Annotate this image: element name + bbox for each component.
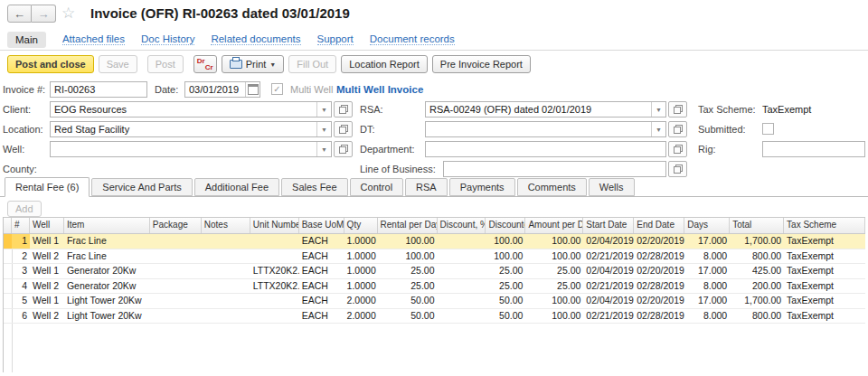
cell-unit-number[interactable] xyxy=(250,309,299,324)
department-input[interactable] xyxy=(425,141,666,157)
cell-well[interactable]: Well 1 xyxy=(30,234,64,249)
well-open-button[interactable] xyxy=(334,141,353,157)
cell-item[interactable]: Generator 20Kw xyxy=(64,264,150,278)
cell-tax-scheme[interactable]: TaxExempt xyxy=(784,234,865,249)
cell-amount-per-day[interactable]: 100.00 xyxy=(525,309,583,324)
cell--[interactable]: 2 xyxy=(12,249,30,264)
cell-notes[interactable] xyxy=(202,234,250,249)
post-button[interactable]: Post xyxy=(147,55,184,73)
table-row[interactable]: 4Well 2Generator 20KwLTTX20K2...EACH1.00… xyxy=(4,279,865,295)
cell-end-date[interactable]: 02/28/2019 xyxy=(634,279,684,294)
cell-qty[interactable]: 2.0000 xyxy=(344,294,378,308)
submitted-checkbox[interactable] xyxy=(762,123,774,135)
cell-rental-per-day[interactable]: 100.00 xyxy=(378,234,438,249)
location-report-button[interactable]: Location Report xyxy=(341,55,428,73)
date-input[interactable]: 03/01/2019 xyxy=(184,81,260,98)
cell-base-uom[interactable]: EACH xyxy=(299,264,344,278)
cell-unit-number[interactable] xyxy=(250,294,299,308)
nav-tab-attached-files[interactable]: Attached files xyxy=(62,33,125,45)
cell-days[interactable]: 17.000 xyxy=(684,234,730,249)
cell-start-date[interactable]: 02/04/2019 xyxy=(583,234,634,249)
cell-rental-per-day[interactable]: 50.00 xyxy=(378,309,438,324)
column-header-notes[interactable]: Notes xyxy=(202,218,250,233)
save-button[interactable]: Save xyxy=(99,55,137,73)
cell-end-date[interactable]: 02/28/2019 xyxy=(634,249,684,264)
cell--[interactable]: 3 xyxy=(12,264,30,278)
tax-scheme-value[interactable]: TaxExempt xyxy=(762,104,811,115)
cell-end-date[interactable]: 02/28/2019 xyxy=(634,309,684,324)
cell-base-uom[interactable]: EACH xyxy=(299,279,344,294)
cell-package[interactable] xyxy=(150,294,202,308)
detail-tab-control[interactable]: Control xyxy=(350,178,403,196)
cell-base-uom[interactable]: EACH xyxy=(299,249,344,264)
cell-tax-scheme[interactable]: TaxExempt xyxy=(784,294,865,308)
cell-days[interactable]: 8.000 xyxy=(684,249,730,264)
cell-package[interactable] xyxy=(150,249,202,264)
nav-tab-doc-history[interactable]: Doc History xyxy=(141,33,194,45)
cell-package[interactable] xyxy=(150,264,202,278)
cell-amount-per-day[interactable]: 100.00 xyxy=(525,294,583,308)
column-header-tax-scheme[interactable]: Tax Scheme xyxy=(784,218,865,233)
cell-discount-[interactable] xyxy=(438,294,486,308)
column-header-days[interactable]: Days xyxy=(684,218,730,233)
cell-qty[interactable]: 1.0000 xyxy=(344,279,378,294)
cell-well[interactable]: Well 2 xyxy=(30,279,64,294)
nav-tab-main[interactable]: Main xyxy=(7,32,46,48)
cell-discount-[interactable] xyxy=(438,309,486,324)
detail-tab-additional-fee[interactable]: Additional Fee xyxy=(194,178,279,196)
cell-days[interactable]: 17.000 xyxy=(684,294,730,308)
detail-tab-service-and-parts[interactable]: Service And Parts xyxy=(91,178,192,196)
cell-discounte-[interactable]: 50.00 xyxy=(486,294,525,308)
client-input[interactable]: EOG Resources ▼ xyxy=(50,101,332,118)
dt-open-button[interactable] xyxy=(668,121,687,137)
location-open-button[interactable] xyxy=(334,121,353,137)
department-open-button[interactable] xyxy=(668,141,687,157)
rsa-open-button[interactable] xyxy=(668,101,687,118)
column-header-start-date[interactable]: Start Date xyxy=(583,218,634,233)
column-header-discounte-[interactable]: Discounte... xyxy=(486,218,525,233)
cell-total[interactable]: 1,700.00 xyxy=(730,294,784,308)
detail-tab-rsa[interactable]: RSA xyxy=(405,178,448,196)
cell-rental-per-day[interactable]: 100.00 xyxy=(378,249,438,264)
cell-notes[interactable] xyxy=(202,264,250,278)
cell-well[interactable]: Well 2 xyxy=(30,249,64,264)
cell-total[interactable]: 800.00 xyxy=(730,309,784,324)
cell-well[interactable]: Well 2 xyxy=(30,309,64,324)
cell-end-date[interactable]: 02/20/2019 xyxy=(634,264,684,278)
column-header-end-date[interactable]: End Date xyxy=(634,218,684,233)
cell-total[interactable]: 425.00 xyxy=(730,264,784,278)
column-header-amount-per-day[interactable]: Amount per Day xyxy=(525,218,583,233)
cell-package[interactable] xyxy=(150,234,202,249)
cell-unit-number[interactable]: LTTX20K2... xyxy=(250,279,299,294)
table-row[interactable]: 5Well 1Light Tower 20KwEACH2.000050.0050… xyxy=(4,294,865,309)
cell--[interactable]: 1 xyxy=(12,234,30,249)
cell-rental-per-day[interactable]: 25.00 xyxy=(378,279,438,294)
column-header-discount-[interactable]: Discount, % xyxy=(438,218,486,233)
cell-end-date[interactable]: 02/20/2019 xyxy=(634,294,684,308)
row-gutter-cell[interactable] xyxy=(4,264,12,278)
multi-well-invoice-link[interactable]: Multi Well Invoice xyxy=(336,84,423,95)
cell--[interactable]: 6 xyxy=(12,309,30,324)
nav-tab-related-documents[interactable]: Related documents xyxy=(211,33,300,45)
rig-input[interactable] xyxy=(762,141,865,157)
column-header-rental-per-day[interactable]: Rental per Day xyxy=(378,218,438,233)
cell-start-date[interactable]: 02/04/2019 xyxy=(583,294,634,308)
cell-discount-[interactable] xyxy=(438,249,486,264)
add-row-button[interactable]: Add xyxy=(7,201,42,217)
cell-item[interactable]: Light Tower 20Kw xyxy=(64,309,150,324)
cell-item[interactable]: Frac Line xyxy=(64,234,150,249)
cell-qty[interactable]: 1.0000 xyxy=(344,264,378,278)
cell-amount-per-day[interactable]: 100.00 xyxy=(525,249,583,264)
row-gutter-cell[interactable] xyxy=(4,309,12,324)
table-row[interactable]: 6Well 2Light Tower 20KwEACH2.000050.0050… xyxy=(4,309,865,324)
client-dropdown-icon[interactable]: ▼ xyxy=(316,102,331,117)
cell-discounte-[interactable]: 25.00 xyxy=(486,264,525,278)
cell-discounte-[interactable]: 100.00 xyxy=(486,249,525,264)
cell-tax-scheme[interactable]: TaxExempt xyxy=(784,279,865,294)
rsa-dropdown-icon[interactable]: ▼ xyxy=(651,102,665,117)
rsa-input[interactable]: RSA-00249 (OFR) dated 02/01/2019 ▼ xyxy=(425,101,666,118)
cell-start-date[interactable]: 02/21/2019 xyxy=(583,309,634,324)
cell-discount-[interactable] xyxy=(438,234,486,249)
cell-unit-number[interactable]: LTTX20K2... xyxy=(250,264,299,278)
cell-package[interactable] xyxy=(150,309,202,324)
